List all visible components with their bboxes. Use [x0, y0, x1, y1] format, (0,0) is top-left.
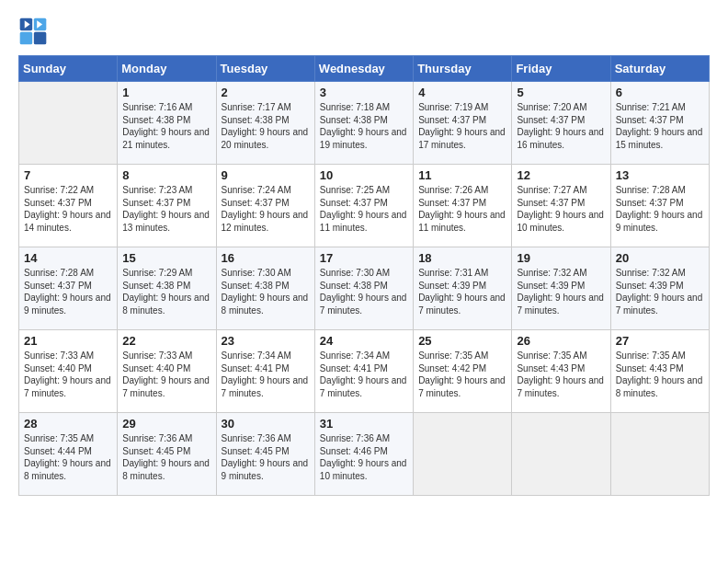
day-number: 29 — [122, 417, 210, 431]
day-number: 15 — [122, 251, 210, 265]
calendar-cell: 28 Sunrise: 7:35 AMSunset: 4:44 PMDaylig… — [19, 413, 118, 496]
day-info: Sunrise: 7:33 AMSunset: 4:40 PMDaylight:… — [122, 350, 210, 398]
day-number: 17 — [320, 251, 408, 265]
calendar-cell: 12 Sunrise: 7:27 AMSunset: 4:37 PMDaylig… — [512, 165, 610, 247]
svg-rect-2 — [20, 32, 32, 44]
day-info: Sunrise: 7:35 AMSunset: 4:44 PMDaylight:… — [24, 433, 111, 481]
day-info: Sunrise: 7:22 AMSunset: 4:37 PMDaylight:… — [24, 185, 111, 233]
day-info: Sunrise: 7:28 AMSunset: 4:37 PMDaylight:… — [616, 185, 703, 233]
day-info: Sunrise: 7:20 AMSunset: 4:37 PMDaylight:… — [517, 102, 604, 150]
weekday-header-row: SundayMondayTuesdayWednesdayThursdayFrid… — [19, 56, 710, 82]
day-info: Sunrise: 7:19 AMSunset: 4:37 PMDaylight:… — [418, 102, 506, 150]
calendar-cell: 4 Sunrise: 7:19 AMSunset: 4:37 PMDayligh… — [414, 82, 512, 165]
calendar-cell: 24 Sunrise: 7:34 AMSunset: 4:41 PMDaylig… — [314, 330, 413, 413]
day-info: Sunrise: 7:34 AMSunset: 4:41 PMDaylight:… — [320, 350, 407, 398]
day-info: Sunrise: 7:16 AMSunset: 4:38 PMDaylight:… — [122, 102, 210, 150]
calendar-cell: 25 Sunrise: 7:35 AMSunset: 4:42 PMDaylig… — [414, 330, 512, 413]
day-number: 25 — [418, 334, 506, 348]
day-info: Sunrise: 7:25 AMSunset: 4:37 PMDaylight:… — [320, 185, 407, 233]
week-row-3: 21 Sunrise: 7:33 AMSunset: 4:40 PMDaylig… — [19, 330, 710, 413]
day-info: Sunrise: 7:26 AMSunset: 4:37 PMDaylight:… — [418, 185, 506, 233]
calendar-cell: 6 Sunrise: 7:21 AMSunset: 4:37 PMDayligh… — [610, 82, 709, 165]
day-number: 11 — [418, 168, 506, 182]
day-number: 18 — [418, 251, 506, 265]
day-number: 10 — [320, 168, 408, 182]
day-info: Sunrise: 7:32 AMSunset: 4:39 PMDaylight:… — [616, 268, 703, 316]
calendar-cell: 18 Sunrise: 7:31 AMSunset: 4:39 PMDaylig… — [414, 247, 512, 330]
calendar-cell: 29 Sunrise: 7:36 AMSunset: 4:45 PMDaylig… — [118, 413, 216, 496]
day-info: Sunrise: 7:36 AMSunset: 4:45 PMDaylight:… — [122, 433, 210, 481]
day-number: 31 — [320, 417, 408, 431]
day-info: Sunrise: 7:30 AMSunset: 4:38 PMDaylight:… — [320, 268, 407, 316]
calendar-cell: 7 Sunrise: 7:22 AMSunset: 4:37 PMDayligh… — [19, 165, 118, 247]
calendar-cell: 1 Sunrise: 7:16 AMSunset: 4:38 PMDayligh… — [118, 82, 216, 165]
day-number: 2 — [222, 86, 310, 99]
day-number: 21 — [24, 334, 112, 348]
day-number: 5 — [517, 86, 605, 99]
day-info: Sunrise: 7:28 AMSunset: 4:37 PMDaylight:… — [24, 268, 111, 316]
day-info: Sunrise: 7:36 AMSunset: 4:46 PMDaylight:… — [320, 433, 407, 481]
day-number: 22 — [122, 334, 210, 348]
week-row-2: 14 Sunrise: 7:28 AMSunset: 4:37 PMDaylig… — [19, 247, 710, 330]
day-info: Sunrise: 7:35 AMSunset: 4:43 PMDaylight:… — [517, 350, 604, 398]
calendar-cell: 22 Sunrise: 7:33 AMSunset: 4:40 PMDaylig… — [118, 330, 216, 413]
calendar-cell: 5 Sunrise: 7:20 AMSunset: 4:37 PMDayligh… — [512, 82, 610, 165]
calendar-cell: 16 Sunrise: 7:30 AMSunset: 4:38 PMDaylig… — [216, 247, 314, 330]
day-info: Sunrise: 7:36 AMSunset: 4:45 PMDaylight:… — [222, 433, 309, 481]
weekday-header-tuesday: Tuesday — [216, 56, 314, 82]
day-number: 9 — [222, 168, 310, 182]
calendar-cell: 26 Sunrise: 7:35 AMSunset: 4:43 PMDaylig… — [512, 330, 610, 413]
week-row-0: 1 Sunrise: 7:16 AMSunset: 4:38 PMDayligh… — [19, 82, 710, 165]
day-number: 14 — [24, 251, 112, 265]
day-number: 19 — [517, 251, 605, 265]
day-number: 13 — [616, 168, 704, 182]
day-number: 8 — [122, 168, 210, 182]
day-info: Sunrise: 7:21 AMSunset: 4:37 PMDaylight:… — [616, 102, 703, 150]
weekday-header-monday: Monday — [118, 56, 216, 82]
calendar-cell: 21 Sunrise: 7:33 AMSunset: 4:40 PMDaylig… — [19, 330, 118, 413]
day-number: 12 — [517, 168, 605, 182]
day-number: 26 — [517, 334, 605, 348]
calendar-cell — [512, 413, 610, 496]
day-info: Sunrise: 7:24 AMSunset: 4:37 PMDaylight:… — [222, 185, 309, 233]
day-info: Sunrise: 7:27 AMSunset: 4:37 PMDaylight:… — [517, 185, 604, 233]
calendar-cell: 19 Sunrise: 7:32 AMSunset: 4:39 PMDaylig… — [512, 247, 610, 330]
day-info: Sunrise: 7:23 AMSunset: 4:37 PMDaylight:… — [122, 185, 210, 233]
svg-rect-3 — [34, 32, 46, 44]
calendar-table: SundayMondayTuesdayWednesdayThursdayFrid… — [18, 55, 710, 496]
calendar-cell: 14 Sunrise: 7:28 AMSunset: 4:37 PMDaylig… — [19, 247, 118, 330]
day-info: Sunrise: 7:35 AMSunset: 4:43 PMDaylight:… — [616, 350, 703, 398]
day-number: 4 — [418, 86, 506, 99]
day-number: 3 — [320, 86, 408, 99]
calendar-cell: 31 Sunrise: 7:36 AMSunset: 4:46 PMDaylig… — [314, 413, 413, 496]
calendar-cell: 3 Sunrise: 7:18 AMSunset: 4:38 PMDayligh… — [314, 82, 413, 165]
calendar-cell: 2 Sunrise: 7:17 AMSunset: 4:38 PMDayligh… — [216, 82, 314, 165]
day-info: Sunrise: 7:33 AMSunset: 4:40 PMDaylight:… — [24, 350, 111, 398]
header — [18, 17, 710, 46]
page: SundayMondayTuesdayWednesdayThursdayFrid… — [0, 0, 728, 563]
day-info: Sunrise: 7:34 AMSunset: 4:41 PMDaylight:… — [222, 350, 309, 398]
day-info: Sunrise: 7:18 AMSunset: 4:38 PMDaylight:… — [320, 102, 407, 150]
day-info: Sunrise: 7:35 AMSunset: 4:42 PMDaylight:… — [418, 350, 506, 398]
weekday-header-friday: Friday — [512, 56, 610, 82]
calendar-cell: 30 Sunrise: 7:36 AMSunset: 4:45 PMDaylig… — [216, 413, 314, 496]
day-number: 28 — [24, 417, 112, 431]
weekday-header-wednesday: Wednesday — [314, 56, 413, 82]
calendar-cell: 23 Sunrise: 7:34 AMSunset: 4:41 PMDaylig… — [216, 330, 314, 413]
day-number: 24 — [320, 334, 408, 348]
day-number: 30 — [222, 417, 310, 431]
weekday-header-sunday: Sunday — [19, 56, 118, 82]
calendar-cell: 20 Sunrise: 7:32 AMSunset: 4:39 PMDaylig… — [610, 247, 709, 330]
calendar-cell: 8 Sunrise: 7:23 AMSunset: 4:37 PMDayligh… — [118, 165, 216, 247]
day-info: Sunrise: 7:31 AMSunset: 4:39 PMDaylight:… — [418, 268, 506, 316]
day-number: 6 — [616, 86, 704, 99]
day-number: 23 — [222, 334, 310, 348]
calendar-cell: 10 Sunrise: 7:25 AMSunset: 4:37 PMDaylig… — [314, 165, 413, 247]
day-number: 27 — [616, 334, 704, 348]
calendar-cell — [414, 413, 512, 496]
day-number: 16 — [222, 251, 310, 265]
day-info: Sunrise: 7:17 AMSunset: 4:38 PMDaylight:… — [222, 102, 309, 150]
calendar-cell: 9 Sunrise: 7:24 AMSunset: 4:37 PMDayligh… — [216, 165, 314, 247]
calendar-cell: 13 Sunrise: 7:28 AMSunset: 4:37 PMDaylig… — [610, 165, 709, 247]
day-number: 7 — [24, 168, 112, 182]
